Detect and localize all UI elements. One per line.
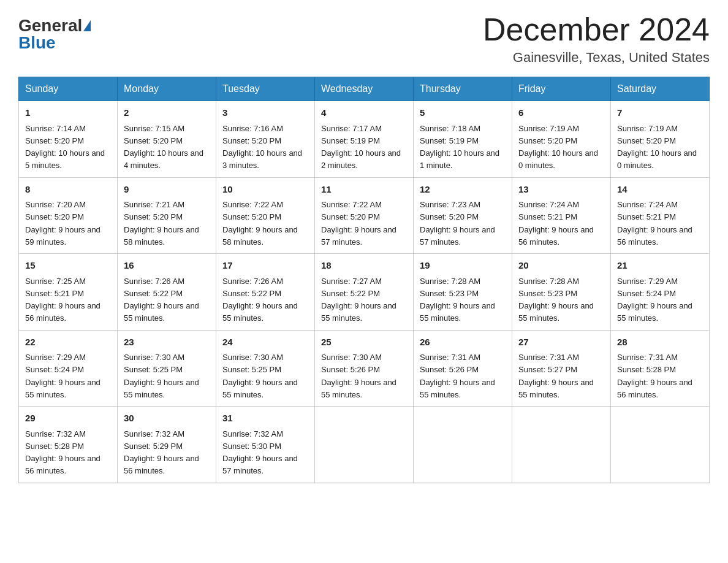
day-number: 17	[222, 259, 308, 273]
calendar-day-cell: 28 Sunrise: 7:31 AMSunset: 5:28 PMDaylig…	[611, 330, 710, 407]
calendar-day-cell: 21 Sunrise: 7:29 AMSunset: 5:24 PMDaylig…	[611, 254, 710, 331]
day-number: 7	[617, 106, 703, 120]
calendar-week-row: 1 Sunrise: 7:14 AMSunset: 5:20 PMDayligh…	[19, 101, 710, 178]
calendar-day-cell: 5 Sunrise: 7:18 AMSunset: 5:19 PMDayligh…	[414, 101, 512, 178]
calendar-week-row: 29 Sunrise: 7:32 AMSunset: 5:28 PMDaylig…	[19, 407, 710, 483]
day-info: Sunrise: 7:20 AMSunset: 5:20 PMDaylight:…	[25, 200, 100, 247]
calendar-day-cell: 2 Sunrise: 7:15 AMSunset: 5:20 PMDayligh…	[118, 101, 216, 178]
day-number: 3	[222, 106, 308, 120]
calendar-day-cell: 18 Sunrise: 7:27 AMSunset: 5:22 PMDaylig…	[315, 254, 414, 331]
day-of-week-header: Sunday	[19, 77, 118, 101]
logo-general-text: General	[18, 17, 82, 34]
day-info: Sunrise: 7:19 AMSunset: 5:20 PMDaylight:…	[617, 124, 697, 170]
day-info: Sunrise: 7:15 AMSunset: 5:20 PMDaylight:…	[124, 124, 203, 170]
day-number: 22	[25, 335, 111, 350]
day-number: 16	[124, 259, 210, 273]
day-number: 4	[321, 106, 407, 120]
day-number: 2	[124, 106, 210, 120]
day-info: Sunrise: 7:21 AMSunset: 5:20 PMDaylight:…	[124, 200, 199, 247]
day-number: 23	[124, 335, 210, 350]
location-title: Gainesville, Texas, United States	[483, 50, 710, 66]
calendar-day-cell: 17 Sunrise: 7:26 AMSunset: 5:22 PMDaylig…	[216, 254, 315, 331]
day-number: 24	[222, 335, 308, 350]
day-info: Sunrise: 7:19 AMSunset: 5:20 PMDaylight:…	[518, 124, 598, 170]
day-number: 12	[420, 183, 506, 197]
calendar-day-cell: 29 Sunrise: 7:32 AMSunset: 5:28 PMDaylig…	[19, 407, 118, 483]
calendar-day-cell: 20 Sunrise: 7:28 AMSunset: 5:23 PMDaylig…	[512, 254, 611, 331]
day-info: Sunrise: 7:29 AMSunset: 5:24 PMDaylight:…	[617, 277, 692, 323]
calendar-day-cell: 13 Sunrise: 7:24 AMSunset: 5:21 PMDaylig…	[512, 177, 611, 254]
day-number: 13	[518, 183, 604, 197]
calendar-day-cell	[512, 407, 611, 483]
day-number: 21	[617, 259, 703, 273]
day-info: Sunrise: 7:29 AMSunset: 5:24 PMDaylight:…	[25, 353, 100, 399]
day-number: 11	[321, 183, 407, 197]
calendar-day-cell: 12 Sunrise: 7:23 AMSunset: 5:20 PMDaylig…	[414, 177, 512, 254]
day-info: Sunrise: 7:32 AMSunset: 5:28 PMDaylight:…	[25, 429, 100, 476]
day-number: 10	[222, 183, 308, 197]
calendar-week-row: 22 Sunrise: 7:29 AMSunset: 5:24 PMDaylig…	[19, 330, 710, 407]
day-number: 20	[518, 259, 604, 273]
calendar-day-cell: 30 Sunrise: 7:32 AMSunset: 5:29 PMDaylig…	[118, 407, 216, 483]
calendar-day-cell: 24 Sunrise: 7:30 AMSunset: 5:25 PMDaylig…	[216, 330, 315, 407]
day-info: Sunrise: 7:30 AMSunset: 5:26 PMDaylight:…	[321, 353, 396, 399]
day-info: Sunrise: 7:31 AMSunset: 5:28 PMDaylight:…	[617, 353, 692, 399]
logo-blue-text: Blue	[18, 34, 56, 52]
day-number: 29	[25, 412, 111, 426]
day-number: 18	[321, 259, 407, 273]
day-number: 15	[25, 259, 111, 273]
day-info: Sunrise: 7:17 AMSunset: 5:19 PMDaylight:…	[321, 124, 401, 170]
calendar-day-cell: 8 Sunrise: 7:20 AMSunset: 5:20 PMDayligh…	[19, 177, 118, 254]
calendar-day-cell: 6 Sunrise: 7:19 AMSunset: 5:20 PMDayligh…	[512, 101, 611, 178]
calendar-day-cell	[414, 407, 512, 483]
day-number: 28	[617, 335, 703, 350]
day-info: Sunrise: 7:32 AMSunset: 5:30 PMDaylight:…	[222, 429, 298, 476]
calendar-day-cell: 19 Sunrise: 7:28 AMSunset: 5:23 PMDaylig…	[414, 254, 512, 331]
calendar-day-cell: 7 Sunrise: 7:19 AMSunset: 5:20 PMDayligh…	[611, 101, 710, 178]
day-info: Sunrise: 7:31 AMSunset: 5:26 PMDaylight:…	[420, 353, 495, 399]
day-info: Sunrise: 7:16 AMSunset: 5:20 PMDaylight:…	[222, 124, 302, 170]
logo: General Blue	[18, 12, 91, 52]
calendar-week-row: 15 Sunrise: 7:25 AMSunset: 5:21 PMDaylig…	[19, 254, 710, 331]
day-info: Sunrise: 7:26 AMSunset: 5:22 PMDaylight:…	[124, 277, 199, 323]
day-number: 31	[222, 412, 308, 426]
day-of-week-header: Wednesday	[315, 77, 414, 101]
day-number: 30	[124, 412, 210, 426]
header: General Blue December 2024 Gainesville, …	[18, 12, 710, 66]
calendar-day-cell: 22 Sunrise: 7:29 AMSunset: 5:24 PMDaylig…	[19, 330, 118, 407]
day-info: Sunrise: 7:18 AMSunset: 5:19 PMDaylight:…	[420, 124, 499, 170]
day-info: Sunrise: 7:27 AMSunset: 5:22 PMDaylight:…	[321, 277, 396, 323]
calendar-day-cell: 14 Sunrise: 7:24 AMSunset: 5:21 PMDaylig…	[611, 177, 710, 254]
day-number: 25	[321, 335, 407, 350]
day-info: Sunrise: 7:25 AMSunset: 5:21 PMDaylight:…	[25, 277, 100, 323]
day-of-week-header: Monday	[118, 77, 216, 101]
day-info: Sunrise: 7:32 AMSunset: 5:29 PMDaylight:…	[124, 429, 199, 476]
calendar-table: SundayMondayTuesdayWednesdayThursdayFrid…	[18, 77, 710, 483]
day-of-week-header: Saturday	[611, 77, 710, 101]
day-info: Sunrise: 7:22 AMSunset: 5:20 PMDaylight:…	[321, 200, 396, 247]
calendar-day-cell: 9 Sunrise: 7:21 AMSunset: 5:20 PMDayligh…	[118, 177, 216, 254]
day-of-week-header: Tuesday	[216, 77, 315, 101]
day-info: Sunrise: 7:26 AMSunset: 5:22 PMDaylight:…	[222, 277, 298, 323]
day-info: Sunrise: 7:14 AMSunset: 5:20 PMDaylight:…	[25, 124, 105, 170]
day-info: Sunrise: 7:24 AMSunset: 5:21 PMDaylight:…	[518, 200, 594, 247]
calendar-day-cell	[611, 407, 710, 483]
calendar-day-cell: 27 Sunrise: 7:31 AMSunset: 5:27 PMDaylig…	[512, 330, 611, 407]
calendar-day-cell: 4 Sunrise: 7:17 AMSunset: 5:19 PMDayligh…	[315, 101, 414, 178]
day-info: Sunrise: 7:30 AMSunset: 5:25 PMDaylight:…	[222, 353, 298, 399]
calendar-day-cell: 1 Sunrise: 7:14 AMSunset: 5:20 PMDayligh…	[19, 101, 118, 178]
calendar-day-cell: 23 Sunrise: 7:30 AMSunset: 5:25 PMDaylig…	[118, 330, 216, 407]
calendar-day-cell: 16 Sunrise: 7:26 AMSunset: 5:22 PMDaylig…	[118, 254, 216, 331]
month-title: December 2024	[483, 12, 710, 47]
calendar-day-cell: 31 Sunrise: 7:32 AMSunset: 5:30 PMDaylig…	[216, 407, 315, 483]
day-info: Sunrise: 7:23 AMSunset: 5:20 PMDaylight:…	[420, 200, 495, 247]
day-number: 14	[617, 183, 703, 197]
day-info: Sunrise: 7:31 AMSunset: 5:27 PMDaylight:…	[518, 353, 594, 399]
day-number: 8	[25, 183, 111, 197]
day-info: Sunrise: 7:24 AMSunset: 5:21 PMDaylight:…	[617, 200, 692, 247]
days-of-week-row: SundayMondayTuesdayWednesdayThursdayFrid…	[19, 77, 710, 101]
calendar-day-cell: 10 Sunrise: 7:22 AMSunset: 5:20 PMDaylig…	[216, 177, 315, 254]
day-number: 26	[420, 335, 506, 350]
day-number: 6	[518, 106, 604, 120]
day-number: 27	[518, 335, 604, 350]
